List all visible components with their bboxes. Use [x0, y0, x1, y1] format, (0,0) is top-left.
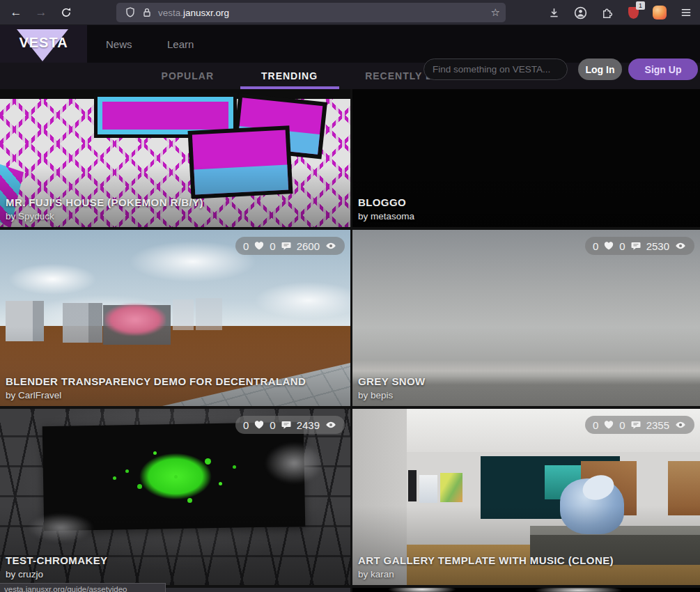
login-button[interactable]: Log In — [578, 59, 622, 80]
heart-icon — [603, 419, 614, 430]
heart-icon — [254, 240, 265, 251]
card-author[interactable]: by CarlFravel — [6, 390, 345, 400]
shield-icon[interactable] — [122, 4, 139, 21]
tab-trending-label: TRENDING — [261, 70, 318, 81]
card-author[interactable]: by karan — [358, 569, 694, 579]
likes-count: 0 — [243, 419, 249, 431]
nav-link-learn[interactable]: Learn — [167, 25, 194, 63]
world-card-test-chromakey[interactable]: 0 0 2439 TEST-CHROMAKEY by cruzjo — [0, 409, 350, 585]
likes-count: 0 — [593, 240, 598, 252]
forward-icon: → — [32, 3, 50, 22]
card-title: TEST-CHROMAKEY — [6, 554, 345, 566]
card-author[interactable]: by bepis — [358, 390, 694, 400]
extensions-puzzle-icon[interactable] — [598, 4, 615, 21]
likes-count: 0 — [243, 240, 249, 252]
world-card-mr-fujis-house[interactable]: MR. FUJI'S HOUSE (POKEMON R/B/Y) by Spyd… — [0, 89, 350, 227]
stats-badge: 0 0 2530 — [585, 237, 694, 255]
comments-count: 0 — [270, 240, 275, 252]
card-title: GREY SNOW — [358, 375, 694, 387]
views-count: 2355 — [646, 419, 669, 431]
url-bar[interactable]: vesta.janusxr.org ☆ — [116, 3, 506, 22]
back-icon[interactable]: ← — [7, 3, 25, 22]
world-card-blender-transparency[interactable]: 0 0 2600 BLENDER TRANSPARENCY DEMO FOR D… — [0, 230, 350, 406]
views-count: 2439 — [297, 419, 320, 431]
browser-window: ← → vesta.janusxr.org ☆ — [0, 0, 700, 592]
comment-icon — [630, 419, 641, 430]
card-title: BLENDER TRANSPARENCY DEMO FOR DECENTRALA… — [6, 375, 345, 387]
site-header: VESTA News Learn Log In Sign Up — [0, 25, 700, 63]
tab-trending[interactable]: TRENDING — [261, 63, 318, 89]
comment-icon — [281, 419, 292, 430]
signup-button[interactable]: Sign Up — [628, 59, 698, 80]
heart-icon — [254, 419, 265, 430]
url-domain: janusxr.org — [183, 8, 229, 18]
world-card-art-gallery[interactable]: 0 0 2355 ART GALLERY TEMPLATE WITH MUSIC… — [352, 409, 700, 585]
world-card-grey-snow[interactable]: 0 0 2530 GREY SNOW by bepis — [352, 230, 700, 406]
lock-icon[interactable] — [139, 4, 155, 21]
nav-link-news[interactable]: News — [106, 25, 132, 63]
card-author[interactable]: by cruzjo — [6, 569, 345, 579]
downloads-icon[interactable] — [545, 4, 562, 21]
world-card-partial-right[interactable] — [352, 588, 700, 592]
eye-icon — [674, 419, 687, 430]
card-title: ART GALLERY TEMPLATE WITH MUSIC (CLONE) — [358, 554, 694, 566]
link-preview-statusbar: vesta.janusxr.org/guide/assetvideo — [0, 583, 166, 592]
eye-icon — [325, 419, 337, 430]
eye-icon — [674, 240, 687, 251]
account-icon[interactable] — [572, 4, 589, 21]
card-title: MR. FUJI'S HOUSE (POKEMON R/B/Y) — [6, 196, 345, 208]
orange-circle-shape — [653, 6, 667, 20]
stats-badge: 0 0 2355 — [585, 416, 694, 434]
comments-count: 0 — [619, 419, 625, 431]
logo-text: VESTA — [0, 35, 87, 51]
reload-icon[interactable] — [57, 3, 75, 22]
stats-badge: 0 0 2439 — [235, 416, 345, 434]
vesta-logo[interactable]: VESTA — [0, 25, 87, 63]
search-input[interactable] — [423, 59, 568, 80]
card-author[interactable]: by metasoma — [358, 211, 694, 221]
world-card-bloggo[interactable]: BLOGGO by metasoma — [352, 89, 700, 227]
menu-hamburger-icon[interactable] — [678, 4, 694, 21]
likes-count: 0 — [593, 419, 598, 431]
card-thumbnail — [352, 588, 700, 592]
views-count: 2530 — [646, 240, 669, 252]
browser-toolbar: ← → vesta.janusxr.org ☆ — [0, 0, 700, 25]
heart-icon — [603, 240, 614, 251]
comments-count: 0 — [619, 240, 625, 252]
views-count: 2600 — [297, 240, 320, 252]
tab-popular[interactable]: POPULAR — [162, 63, 214, 89]
url-text: vesta.janusxr.org — [158, 8, 229, 18]
card-title: BLOGGO — [358, 196, 694, 208]
card-author[interactable]: by Spyduck — [6, 211, 345, 221]
comments-count: 0 — [270, 419, 275, 431]
extension-badge: 1 — [636, 1, 645, 10]
url-subdomain: vesta. — [158, 8, 183, 18]
comment-icon — [630, 240, 641, 251]
bookmark-star-icon[interactable]: ☆ — [491, 6, 500, 19]
stats-badge: 0 0 2600 — [235, 237, 345, 255]
active-tab-underline — [240, 86, 339, 89]
eye-icon — [325, 240, 337, 251]
orange-extension-icon[interactable] — [651, 4, 668, 21]
comment-icon — [281, 240, 292, 251]
ublock-extension-icon[interactable]: 1 — [625, 4, 641, 21]
